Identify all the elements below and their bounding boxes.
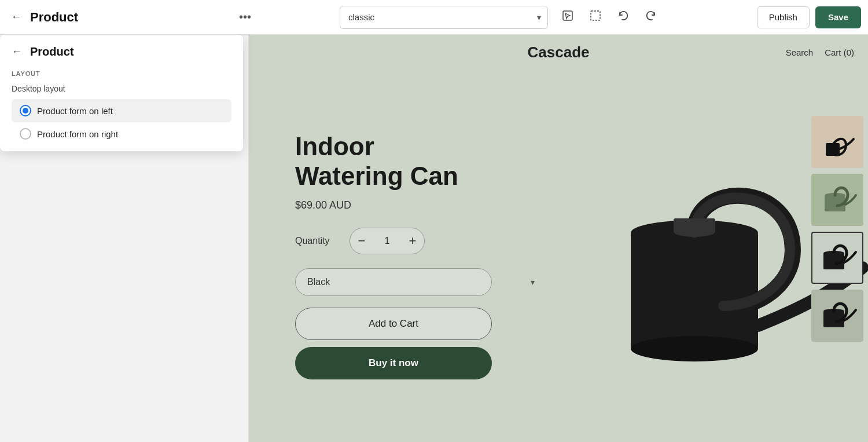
- topbar-left: ← Product •••: [7, 8, 256, 27]
- topbar-icons: [557, 7, 661, 28]
- layout-subsection: Desktop layout Product form on left Prod…: [0, 82, 243, 151]
- svg-rect-0: [563, 11, 572, 20]
- radio-option-form-right[interactable]: Product form on right: [12, 122, 231, 145]
- publish-button[interactable]: Publish: [757, 6, 810, 28]
- more-options-button[interactable]: •••: [234, 8, 256, 26]
- theme-select-wrapper: classic ▾: [340, 6, 548, 29]
- topbar-right: Publish Save: [745, 6, 861, 28]
- product-name-line1: Indoor: [295, 132, 374, 160]
- sidebar-panel: ← Product LAYOUT Desktop layout Product …: [0, 35, 249, 442]
- layout-section-label: LAYOUT: [0, 64, 243, 82]
- svg-rect-1: [591, 11, 600, 20]
- add-to-cart-button[interactable]: Add to Cart: [295, 308, 492, 340]
- svg-rect-6: [674, 218, 715, 232]
- redo-button[interactable]: [641, 7, 661, 28]
- buy-now-button[interactable]: Buy it now: [295, 347, 492, 379]
- radio-circle-form-left: [20, 105, 31, 116]
- radio-label-form-left: Product form on left: [37, 106, 113, 116]
- store-header: Cascade Search Cart (0): [249, 35, 868, 70]
- quantity-value: 1: [373, 236, 401, 246]
- resize-tool-button[interactable]: [585, 7, 606, 28]
- product-content: Indoor Watering Can $69.00 AUD Quantity …: [249, 70, 868, 442]
- page-preview: Cascade Search Cart (0) Indoor Watering …: [249, 35, 868, 442]
- quantity-control: − 1 +: [350, 228, 425, 254]
- thumbnail-strip: [811, 116, 863, 342]
- topbar-center: classic ▾: [260, 6, 741, 29]
- product-price: $69.00 AUD: [295, 199, 544, 211]
- undo-icon: [617, 9, 630, 25]
- svg-rect-3: [631, 233, 758, 349]
- radio-option-form-left[interactable]: Product form on left: [12, 99, 231, 122]
- product-form: Indoor Watering Can $69.00 AUD Quantity …: [249, 70, 579, 442]
- color-chevron-icon: ▾: [531, 277, 535, 287]
- undo-button[interactable]: [613, 7, 634, 28]
- color-select[interactable]: Black: [295, 268, 492, 296]
- cursor-tool-button[interactable]: [557, 7, 578, 28]
- resize-icon: [589, 9, 602, 25]
- layout-panel-title: Product: [30, 45, 74, 59]
- svg-rect-7: [814, 119, 860, 165]
- thumbnail-4[interactable]: [811, 290, 863, 342]
- page-title: Product: [30, 10, 78, 25]
- save-button[interactable]: Save: [815, 6, 861, 28]
- color-select-wrapper: Black ▾: [295, 268, 544, 296]
- back-button[interactable]: ←: [7, 8, 25, 27]
- theme-select[interactable]: classic: [340, 6, 548, 29]
- product-name-line2: Watering Can: [295, 162, 458, 190]
- cursor-icon: [561, 9, 574, 25]
- product-image-area: [579, 70, 868, 442]
- layout-dropdown-panel: ← Product LAYOUT Desktop layout Product …: [0, 35, 243, 151]
- product-name: Indoor Watering Can: [295, 132, 544, 191]
- main-area: ← Product LAYOUT Desktop layout Product …: [0, 35, 868, 442]
- thumbnail-1[interactable]: [811, 116, 863, 168]
- thumbnail-2[interactable]: [811, 174, 863, 226]
- quantity-row: Quantity − 1 +: [295, 228, 544, 254]
- store-name: Cascade: [528, 43, 590, 61]
- store-nav-cart[interactable]: Cart (0): [825, 48, 854, 57]
- svg-point-4: [631, 336, 758, 361]
- dots-icon: •••: [239, 10, 251, 23]
- back-icon: ←: [11, 11, 21, 23]
- thumbnail-3[interactable]: [811, 232, 863, 284]
- store-nav-search[interactable]: Search: [786, 48, 814, 57]
- svg-rect-8: [826, 143, 840, 156]
- store-nav: Search Cart (0): [786, 48, 854, 57]
- desktop-layout-label: Desktop layout: [12, 84, 231, 93]
- quantity-increment-button[interactable]: +: [401, 228, 424, 254]
- topbar: ← Product ••• classic ▾: [0, 0, 868, 35]
- radio-circle-form-right: [20, 128, 31, 140]
- layout-back-button[interactable]: ←: [12, 46, 22, 58]
- redo-icon: [645, 9, 657, 25]
- radio-inner-form-left: [23, 108, 28, 114]
- layout-back-icon: ←: [12, 46, 22, 58]
- quantity-label: Quantity: [295, 236, 336, 246]
- quantity-decrement-button[interactable]: −: [350, 228, 373, 254]
- radio-label-form-right: Product form on right: [37, 129, 118, 139]
- layout-panel-header: ← Product: [0, 35, 243, 64]
